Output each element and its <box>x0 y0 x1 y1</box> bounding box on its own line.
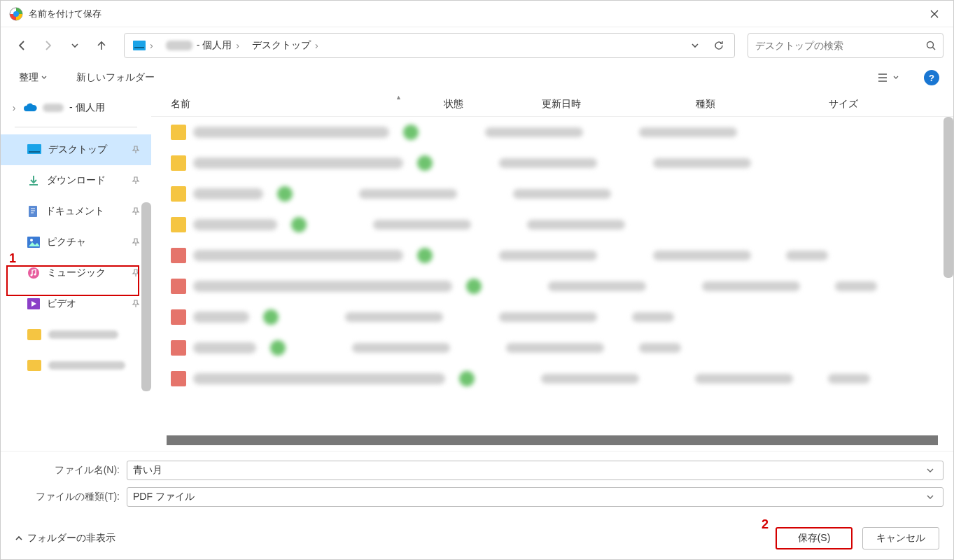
svg-point-11 <box>30 274 32 276</box>
svg-point-12 <box>34 273 36 275</box>
new-folder-button[interactable]: 新しいフォルダー <box>72 69 159 87</box>
window-title: 名前を付けて保存 <box>29 8 918 20</box>
sidebar-item-desktop[interactable]: デスクトップ <box>1 134 151 165</box>
address-bar[interactable]: › - 個人用 › デスクトップ › <box>124 33 735 58</box>
video-icon <box>27 298 40 309</box>
filename-field[interactable] <box>127 461 944 480</box>
svg-point-4 <box>927 42 934 48</box>
pin-icon[interactable] <box>132 269 140 277</box>
content-body: 1 › - 個人用 デスクトップダウンロードドキュメントピクチャミュージックビデ… <box>1 92 953 451</box>
search-icon[interactable] <box>926 41 936 50</box>
filename-dropdown[interactable] <box>923 467 937 474</box>
search-input[interactable] <box>755 40 926 51</box>
navigation-pane: › - 個人用 デスクトップダウンロードドキュメントピクチャミュージックビデオ <box>1 92 151 451</box>
search-box[interactable] <box>748 33 944 58</box>
svg-rect-7 <box>29 206 37 217</box>
navigation-bar: › - 個人用 › デスクトップ › <box>1 27 953 64</box>
expand-icon[interactable]: › <box>9 102 19 113</box>
download-icon <box>27 174 40 187</box>
redacted-text <box>166 41 192 50</box>
toolbar: 整理 新しいフォルダー ? <box>1 64 953 92</box>
pin-icon[interactable] <box>132 238 140 246</box>
close-button[interactable] <box>918 1 951 27</box>
sidebar-item-music[interactable]: ミュージック <box>1 258 151 288</box>
folder-icon <box>27 360 41 371</box>
annotation-2: 2 <box>762 517 769 532</box>
scrollbar-thumb[interactable] <box>944 117 953 278</box>
column-size[interactable]: サイズ <box>829 98 953 111</box>
list-item[interactable] <box>151 148 953 178</box>
sidebar-item-blurred[interactable] <box>1 319 151 350</box>
svg-point-9 <box>30 239 33 241</box>
recent-dropdown[interactable] <box>64 34 86 57</box>
file-rows <box>151 117 953 433</box>
list-item[interactable] <box>151 117 953 148</box>
list-item[interactable] <box>151 240 953 271</box>
column-type[interactable]: 種類 <box>696 98 829 111</box>
sort-indicator-icon: ▲ <box>395 94 402 101</box>
tree-onedrive[interactable]: › - 個人用 <box>1 96 151 120</box>
divider <box>15 127 137 127</box>
filename-form: ファイル名(N): ファイルの種類(T): PDF ファイル <box>1 451 953 517</box>
svg-rect-6 <box>29 151 40 153</box>
cancel-button[interactable]: キャンセル <box>862 527 939 550</box>
filetype-dropdown[interactable] <box>923 493 937 500</box>
crumb-personal[interactable]: - 個人用 › <box>162 38 244 53</box>
list-item[interactable] <box>151 302 953 332</box>
help-button[interactable]: ? <box>924 70 939 85</box>
sidebar-item-video[interactable]: ビデオ <box>1 288 151 319</box>
titlebar: 名前を付けて保存 <box>1 1 953 27</box>
save-button[interactable]: 保存(S) <box>776 527 853 550</box>
column-date[interactable]: 更新日時 <box>542 98 696 111</box>
music-icon <box>27 267 40 279</box>
hide-folders-toggle[interactable]: フォルダーの非表示 <box>15 532 115 545</box>
pin-icon[interactable] <box>132 176 140 185</box>
svg-point-10 <box>28 267 39 279</box>
sidebar-item-document[interactable]: ドキュメント <box>1 196 151 227</box>
back-button[interactable] <box>10 34 33 57</box>
sidebar-item-label: ピクチャ <box>47 236 86 248</box>
redacted-text <box>48 330 118 339</box>
up-button[interactable] <box>90 34 113 57</box>
sidebar-item-blurred[interactable] <box>1 350 151 381</box>
column-name[interactable]: 名前▲ <box>171 98 444 111</box>
crumb-desktop[interactable]: デスクトップ › <box>248 38 323 53</box>
picture-icon <box>27 237 40 248</box>
pin-icon[interactable] <box>132 146 140 154</box>
pin-icon[interactable] <box>132 207 140 216</box>
redacted-text <box>43 104 64 112</box>
app-icon <box>9 7 23 21</box>
list-item[interactable] <box>151 271 953 302</box>
sidebar-item-label: デスクトップ <box>48 144 107 156</box>
sidebar-item-download[interactable]: ダウンロード <box>1 165 151 196</box>
address-history-dropdown[interactable] <box>687 41 703 50</box>
column-headers: 名前▲ 状態 更新日時 種類 サイズ <box>151 92 953 117</box>
column-state[interactable]: 状態 <box>444 98 542 111</box>
filetype-value: PDF ファイル <box>133 491 923 503</box>
svg-rect-2 <box>133 41 146 50</box>
chevron-right-icon: › <box>315 40 318 51</box>
chevron-up-icon <box>15 534 23 542</box>
crumb-root[interactable]: › <box>129 38 157 52</box>
list-item[interactable] <box>151 178 953 209</box>
scrollbar-thumb[interactable] <box>141 202 151 391</box>
sidebar-item-label: ダウンロード <box>47 174 106 187</box>
sidebar-item-label: ミュージック <box>47 267 106 279</box>
refresh-button[interactable] <box>708 40 730 51</box>
filetype-label: ファイルの種類(T): <box>10 491 127 503</box>
sidebar-item-label: ビデオ <box>47 298 76 310</box>
cloud-icon <box>23 103 37 113</box>
list-item[interactable] <box>151 332 953 363</box>
button-bar: フォルダーの非表示 2 保存(S) キャンセル <box>1 517 953 559</box>
pin-icon[interactable] <box>132 300 140 308</box>
horizontal-scrollbar[interactable] <box>167 435 938 445</box>
forward-button[interactable] <box>37 34 59 57</box>
list-item[interactable] <box>151 363 953 394</box>
filetype-select[interactable]: PDF ファイル <box>127 487 944 507</box>
view-menu[interactable] <box>874 70 903 85</box>
organize-menu[interactable]: 整理 <box>15 69 51 87</box>
filename-input[interactable] <box>133 465 923 476</box>
list-item[interactable] <box>151 209 953 240</box>
sidebar-item-picture[interactable]: ピクチャ <box>1 227 151 258</box>
file-list: 名前▲ 状態 更新日時 種類 サイズ <box>151 92 953 451</box>
